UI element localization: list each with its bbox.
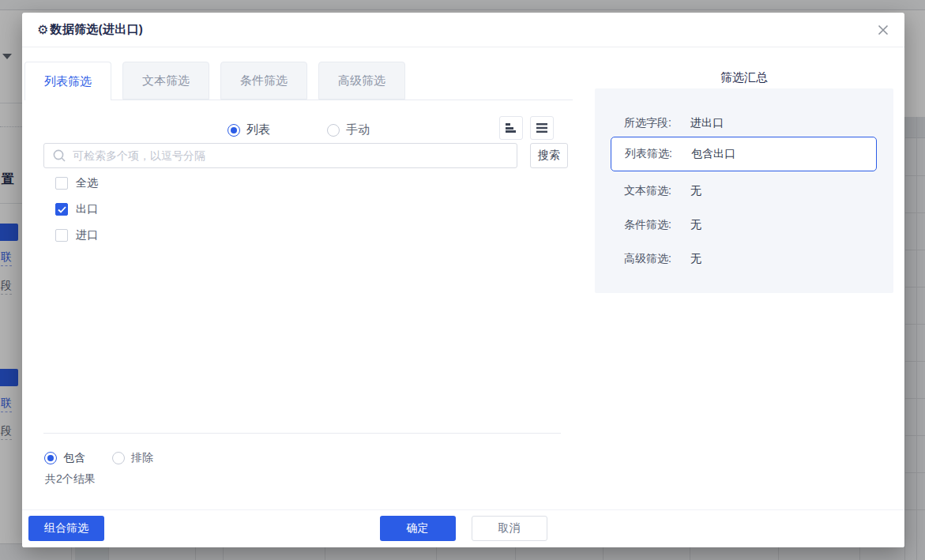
bar-chart-view-button[interactable] bbox=[499, 116, 523, 140]
value-check-list: 全选 出口 进口 bbox=[55, 175, 98, 254]
list-view-button[interactable] bbox=[530, 116, 554, 140]
radio-manual-mode[interactable]: 手动 bbox=[327, 122, 370, 137]
tab-text-filter[interactable]: 文本筛选 bbox=[122, 62, 209, 100]
checkbox-icon bbox=[55, 177, 68, 190]
cancel-button[interactable]: 取消 bbox=[472, 516, 547, 541]
search-icon bbox=[52, 148, 66, 166]
footer-action-group: 确定 取消 bbox=[22, 516, 904, 541]
summary-row-text-filter: 文本筛选: 无 bbox=[624, 182, 701, 198]
gear-icon: ⚙ bbox=[37, 24, 48, 36]
dialog-title: 数据筛选(进出口) bbox=[50, 22, 143, 37]
bar-chart-icon bbox=[505, 122, 517, 133]
check-item-select-all[interactable]: 全选 bbox=[55, 175, 98, 191]
check-item-import[interactable]: 进口 bbox=[55, 227, 98, 243]
summary-row-condition-filter: 条件筛选: 无 bbox=[624, 216, 701, 232]
search-button[interactable]: 搜索 bbox=[530, 143, 568, 168]
filter-summary-panel: 所选字段: 进出口 列表筛选: 包含出口 文本筛选: 无 条件筛选: 无 高级筛… bbox=[595, 88, 893, 293]
checkbox-checked-icon bbox=[55, 203, 68, 216]
view-toggle-group bbox=[499, 116, 554, 140]
search-row: 搜索 bbox=[43, 143, 568, 168]
tab-advanced-filter[interactable]: 高级筛选 bbox=[318, 62, 405, 100]
dialog-footer: 组合筛选 确定 取消 bbox=[22, 509, 904, 547]
summary-title: 筛选汇总 bbox=[595, 70, 893, 85]
radio-icon bbox=[44, 452, 57, 464]
search-box bbox=[43, 143, 517, 168]
search-input[interactable] bbox=[43, 143, 517, 168]
radio-include[interactable]: 包含 bbox=[44, 451, 85, 465]
summary-row-advanced-filter: 高级筛选: 无 bbox=[624, 250, 701, 266]
confirm-button[interactable]: 确定 bbox=[380, 516, 456, 541]
summary-row-field: 所选字段: 进出口 bbox=[624, 115, 724, 130]
result-count: 共2个结果 bbox=[45, 472, 96, 487]
list-icon bbox=[536, 122, 548, 133]
radio-icon bbox=[327, 124, 340, 137]
tab-condition-filter[interactable]: 条件筛选 bbox=[220, 62, 307, 100]
filter-tab-bar: 列表筛选 文本筛选 条件筛选 高级筛选 bbox=[24, 62, 416, 100]
dialog-header: ⚙ 数据筛选(进出口) bbox=[22, 13, 904, 47]
summary-row-list-filter-highlighted[interactable]: 列表筛选: 包含出口 bbox=[611, 137, 877, 171]
mode-radio-group: 列表 手动 bbox=[227, 122, 370, 137]
include-exclude-radio-group: 包含 排除 bbox=[44, 451, 153, 465]
radio-icon bbox=[227, 124, 240, 137]
close-icon[interactable] bbox=[874, 21, 892, 39]
data-filter-dialog: ⚙ 数据筛选(进出口) 列表筛选 文本筛选 条件筛选 高级筛选 列表 手动 bbox=[22, 13, 904, 547]
radio-list-mode[interactable]: 列表 bbox=[227, 122, 270, 137]
check-item-export[interactable]: 出口 bbox=[55, 201, 98, 217]
radio-exclude[interactable]: 排除 bbox=[112, 451, 153, 465]
tab-list-filter[interactable]: 列表筛选 bbox=[24, 62, 111, 100]
checkbox-icon bbox=[55, 229, 68, 242]
radio-icon bbox=[112, 452, 125, 464]
divider bbox=[43, 433, 561, 434]
